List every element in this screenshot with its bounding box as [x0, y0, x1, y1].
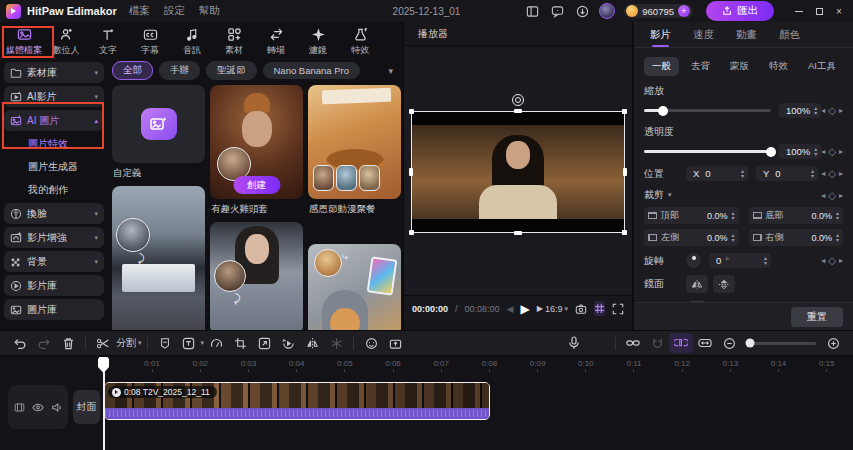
stepper[interactable]: ▴▾ — [811, 169, 814, 179]
speed-icon[interactable] — [204, 333, 228, 353]
opacity-slider[interactable] — [644, 150, 771, 153]
tab-color[interactable]: 顏色 — [779, 22, 800, 47]
stepper[interactable]: ▴▾ — [731, 233, 734, 243]
sidebar-item-my-creations[interactable]: 我的創作 — [4, 180, 104, 200]
scale-slider[interactable] — [644, 109, 771, 112]
zoom-in-icon[interactable] — [821, 333, 845, 353]
tab-speed[interactable]: 速度 — [693, 22, 714, 47]
tool-audio[interactable]: 音訊 — [171, 24, 213, 57]
split-icon[interactable] — [91, 333, 115, 353]
resize-handle[interactable] — [409, 168, 413, 176]
track-mute-icon[interactable] — [51, 402, 63, 413]
aspect-ratio-select[interactable]: ▶16:9▾ — [537, 304, 568, 314]
subtab-general[interactable]: 一般 — [644, 57, 679, 76]
reverse-icon[interactable] — [276, 333, 300, 353]
tool-transition[interactable]: 轉場 — [255, 24, 297, 57]
user-avatar[interactable] — [599, 3, 615, 19]
export-button[interactable]: 匯出 — [706, 1, 774, 21]
subtab-ai-tools[interactable]: AI工具 — [800, 57, 844, 76]
close-button[interactable]: × — [831, 3, 847, 19]
flip-horizontal-icon[interactable] — [686, 275, 708, 293]
tool-media[interactable]: 媒體檔案 — [3, 24, 45, 57]
sidebar-item-background[interactable]: 背景 ▾ — [4, 251, 104, 272]
text-tool-icon[interactable] — [177, 333, 201, 353]
preview-stage[interactable]: 00:00:00 / 00:08:00 ◀ ▶ ▶16:9▾ — [404, 47, 632, 321]
position-x[interactable]: X 0 ▴▾ — [686, 166, 748, 181]
crop-label[interactable]: 裁剪 — [644, 188, 664, 202]
stepper[interactable]: ▴▾ — [764, 256, 767, 266]
sidebar-item-image-library[interactable]: 圖片庫 — [4, 299, 104, 320]
crop-bottom[interactable]: 底部 0.0% ▴▾ — [749, 207, 844, 224]
template-card-snow-couple[interactable]: ⤸ — [112, 186, 205, 330]
template-card-turkey[interactable]: 創建 — [210, 85, 303, 199]
position-keyframe-controls[interactable]: ◂◇▸ — [821, 168, 843, 179]
template-card-custom[interactable] — [112, 85, 205, 163]
sidebar-item-video-library[interactable]: 影片庫 — [4, 275, 104, 296]
magnet-icon[interactable] — [645, 333, 669, 353]
video-preview[interactable] — [412, 112, 624, 232]
tab-nano-banana[interactable]: Nano Banana Pro — [263, 62, 361, 79]
grid-toggle-icon[interactable] — [594, 301, 605, 316]
mirror-clip-icon[interactable] — [300, 333, 324, 353]
track-visibility-icon[interactable] — [32, 402, 44, 413]
track-type-icon[interactable] — [14, 402, 25, 413]
scale-keyframe-controls[interactable]: ◂◇▸ — [821, 105, 843, 116]
fit-timeline-icon[interactable] — [693, 333, 717, 353]
freeze-frame-icon[interactable] — [324, 333, 348, 353]
pip-icon[interactable] — [252, 333, 276, 353]
scale-value[interactable]: 100% ▴▾ — [779, 103, 821, 118]
menu-help[interactable]: 幫助 — [199, 4, 220, 18]
tab-animation[interactable]: 動畫 — [736, 22, 757, 47]
rotate-handle[interactable] — [512, 94, 524, 106]
template-card-shark-cat[interactable]: ⤷ — [308, 244, 401, 330]
resize-handle[interactable] — [514, 109, 522, 113]
template-card-snow-woman[interactable]: ⤸ — [210, 222, 303, 330]
resize-handle[interactable] — [622, 230, 627, 235]
tool-subtitle[interactable]: 字幕 — [129, 24, 171, 57]
crop-top[interactable]: 頂部 0.0% ▴▾ — [644, 207, 739, 224]
maximize-button[interactable] — [811, 3, 827, 19]
sidebar-item-face-swap[interactable]: 換臉 ▾ — [4, 203, 104, 224]
timeline-ruler[interactable]: 0:010:020:030:040:050:060:070:080:090:10… — [128, 359, 851, 372]
chevron-down-icon[interactable]: ▾ — [138, 339, 142, 347]
subtab-remove-bg[interactable]: 去背 — [683, 57, 718, 76]
menu-settings[interactable]: 設定 — [164, 4, 185, 18]
sidebar-item-library[interactable]: 素材庫 ▾ — [4, 62, 104, 83]
tab-all[interactable]: 全部 — [112, 61, 153, 80]
add-credits-button[interactable]: + — [678, 5, 690, 17]
sidebar-item-image-generator[interactable]: 圖片生成器 — [4, 157, 104, 177]
ripple-toggle-icon[interactable] — [669, 333, 693, 353]
sidebar-item-video-enhance[interactable]: 影片增強 ▾ — [4, 227, 104, 248]
timeline[interactable]: 0:010:020:030:040:050:060:070:080:090:10… — [0, 357, 853, 450]
reset-button[interactable]: 重置 — [791, 307, 843, 327]
record-icon[interactable] — [383, 333, 407, 353]
timeline-zoom-slider[interactable] — [746, 342, 816, 345]
stepper[interactable]: ▴▾ — [741, 169, 744, 179]
opacity-keyframe-controls[interactable]: ◂◇▸ — [821, 146, 843, 157]
split-label[interactable]: 分割 — [116, 336, 136, 350]
resize-handle[interactable] — [622, 109, 627, 114]
stepper[interactable]: ▴▾ — [836, 211, 839, 221]
zoom-out-icon[interactable] — [717, 333, 741, 353]
resize-handle[interactable] — [623, 168, 627, 176]
cover-button[interactable]: 封面 — [73, 390, 100, 424]
redo-icon[interactable] — [32, 333, 56, 353]
opacity-value[interactable]: 100% ▴▾ — [779, 144, 821, 159]
prev-frame-button[interactable]: ◀ — [507, 304, 514, 314]
resize-handle[interactable] — [409, 109, 414, 114]
tab-figure[interactable]: 手辦 — [159, 61, 200, 80]
sidebar-item-image-effects[interactable]: 圖片特效 — [4, 134, 104, 154]
subtab-effects[interactable]: 特效 — [761, 57, 796, 76]
mic-icon[interactable] — [562, 333, 586, 353]
sidebar-item-ai-image[interactable]: AI 圖片 ▴ — [4, 110, 104, 131]
crop-right[interactable]: 右側 0.0% ▴▾ — [749, 229, 844, 246]
face-swap-tool-icon[interactable] — [359, 333, 383, 353]
rotate-value[interactable]: 0 ° ▴▾ — [709, 253, 771, 268]
stepper[interactable]: ▴▾ — [814, 106, 817, 116]
stepper[interactable]: ▴▾ — [814, 147, 817, 157]
crop-keyframe-controls[interactable]: ◂◇▸ — [821, 190, 843, 201]
selection-box[interactable] — [411, 111, 625, 233]
template-card-thanksgiving[interactable] — [308, 85, 401, 199]
play-button[interactable]: ▶ — [521, 302, 530, 316]
sidebar-item-ai-video[interactable]: AI影片 ▾ — [4, 86, 104, 107]
